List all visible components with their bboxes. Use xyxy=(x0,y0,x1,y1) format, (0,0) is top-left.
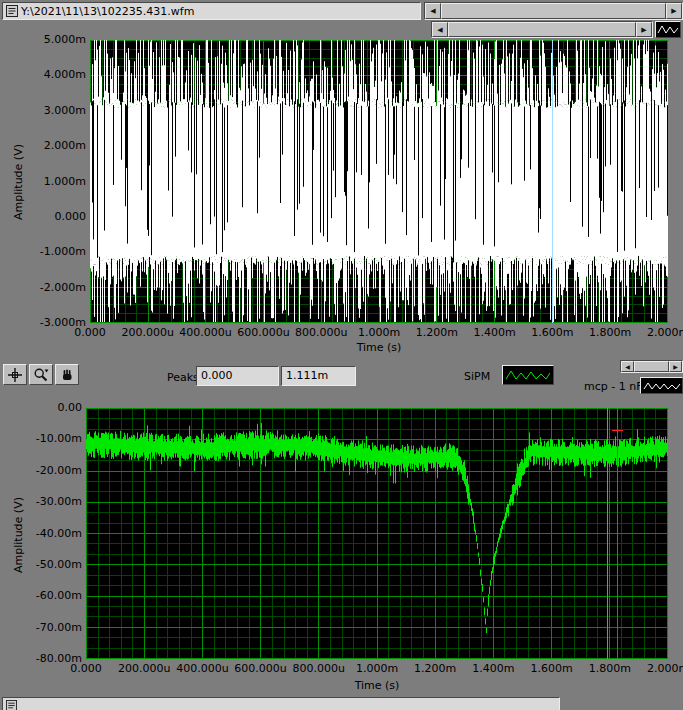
top-graph-ytick-label: 4.000m xyxy=(44,69,86,81)
top-waveform-graph[interactable] xyxy=(90,40,668,323)
top-graph-ytick-label: -2.000m xyxy=(40,282,86,294)
left-arrow-icon: ◀ xyxy=(430,7,435,15)
peak-value-2-text: 1.111m xyxy=(286,369,328,382)
left-arrow-icon: ◀ xyxy=(437,26,442,34)
bottom-graph-xtick-label: 2.000m xyxy=(633,663,683,675)
bottom-graph-x-axis: 0.000200.000u400.000u600.000u800.000u1.0… xyxy=(0,663,683,677)
top-graph-ytick-label: 5.000m xyxy=(44,34,86,46)
mcp-legend-label[interactable]: mcp - 1 nF xyxy=(584,380,643,393)
bottom-graph-ytick-label: -70.00m xyxy=(36,622,82,634)
peak-value-1: 0.000 xyxy=(196,366,279,386)
legend-scrollbar-thumb[interactable] xyxy=(634,361,669,372)
bottom-graph-xlabel: Time (s) xyxy=(277,679,477,692)
bottom-graph-ytick-label: -30.00m xyxy=(36,496,82,508)
file-scroll-right-button[interactable]: ▶ xyxy=(666,3,682,19)
labview-front-panel: Y:\2021\11\13\102235.431.wfm ◀ ▶ ◀ ▶ Amp… xyxy=(0,0,683,710)
graph-scroll-right-button[interactable]: ▶ xyxy=(636,22,652,37)
wfm-path-text[interactable]: Y:\2021\11\13\102235.431.wfm xyxy=(21,5,194,18)
top-graph-x-scrollbar[interactable]: ◀ ▶ xyxy=(431,21,653,38)
bottom-path-control[interactable] xyxy=(2,697,560,710)
path-type-icon xyxy=(6,5,18,17)
crosshair-icon xyxy=(7,367,23,383)
peak-value-1-text: 0.000 xyxy=(201,369,233,382)
top-graph-ytick-label: 0.000 xyxy=(55,211,87,223)
magnifier-icon xyxy=(33,367,49,383)
bottom-graph-ytick-label: -10.00m xyxy=(36,433,82,445)
top-graph-ylabel: Amplitude (V) xyxy=(12,137,26,227)
file-scrollbar[interactable]: ◀ ▶ xyxy=(424,2,683,20)
top-graph-ytick-label: 1.000m xyxy=(44,176,86,188)
peaks-label: Peaks xyxy=(167,371,199,384)
zoom-tool-button[interactable] xyxy=(29,364,53,385)
path-type-icon xyxy=(6,700,17,710)
hand-icon xyxy=(59,367,75,383)
bottom-graph-y-axis: 0.00-10.00m-20.00m-30.00m-40.00m-50.00m-… xyxy=(24,402,82,666)
right-arrow-icon: ▶ xyxy=(673,363,678,370)
top-graph-ytick-label: 3.000m xyxy=(44,105,86,117)
sipm-legend-label[interactable]: SiPM xyxy=(464,370,490,383)
top-graph-ytick-label: -1.000m xyxy=(40,246,86,258)
left-arrow-icon: ◀ xyxy=(625,363,630,370)
legend-scroll-right-button[interactable]: ▶ xyxy=(669,361,682,372)
sipm-waveform-icon xyxy=(505,368,551,382)
right-arrow-icon: ▶ xyxy=(671,7,676,15)
graph-palette xyxy=(3,364,79,385)
bottom-graph-ytick-label: -40.00m xyxy=(36,528,82,540)
mcp-waveform-icon xyxy=(643,380,681,392)
legend-scrollbar[interactable]: ◀ ▶ xyxy=(620,360,683,373)
cursor-tool-button[interactable] xyxy=(3,364,27,385)
bottom-waveform-graph[interactable] xyxy=(86,408,668,659)
bottom-graph-ytick-label: 0.00 xyxy=(58,402,83,414)
top-graph-scrollbar-thumb[interactable] xyxy=(448,22,636,37)
top-graph-xtick-label: 2.000m xyxy=(633,327,683,339)
top-graph-xlabel: Time (s) xyxy=(279,341,479,354)
pan-tool-button[interactable] xyxy=(55,364,79,385)
wfm-path-control[interactable]: Y:\2021\11\13\102235.431.wfm xyxy=(2,2,421,20)
file-scrollbar-thumb[interactable] xyxy=(441,3,666,19)
sipm-legend-box[interactable] xyxy=(502,365,554,385)
bottom-graph-ytick-label: -20.00m xyxy=(36,465,82,477)
bottom-graph-ytick-label: -60.00m xyxy=(36,590,82,602)
top-plot-legend-box[interactable] xyxy=(655,21,681,38)
top-plot-waveform-icon xyxy=(657,23,679,36)
mcp-legend-box[interactable] xyxy=(640,377,683,394)
right-arrow-icon: ▶ xyxy=(641,26,646,34)
legend-scroll-left-button[interactable]: ◀ xyxy=(621,361,634,372)
file-scroll-left-button[interactable]: ◀ xyxy=(425,3,441,19)
top-graph-ytick-label: 2.000m xyxy=(44,140,86,152)
top-graph-y-axis: 5.000m4.000m3.000m2.000m1.000m0.000-1.00… xyxy=(28,34,86,334)
top-graph-x-axis: 0.000200.000u400.000u600.000u800.000u1.0… xyxy=(0,327,683,341)
bottom-graph-ytick-label: -50.00m xyxy=(36,559,82,571)
peak-value-2: 1.111m xyxy=(281,366,356,386)
graph-scroll-left-button[interactable]: ◀ xyxy=(432,22,448,37)
